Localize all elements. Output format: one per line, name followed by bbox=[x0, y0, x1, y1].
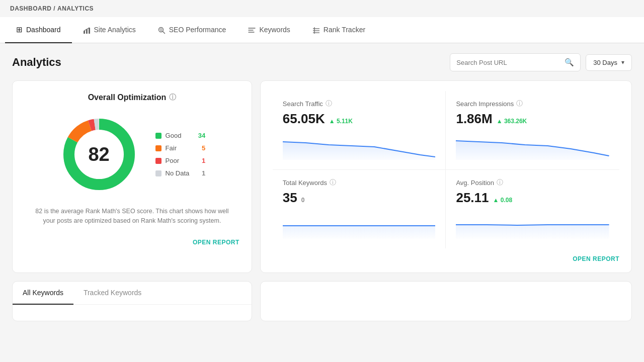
keywords-card: All Keywords Tracked Keywords bbox=[12, 281, 252, 321]
tab-all-keywords-label: All Keywords bbox=[23, 289, 63, 297]
legend-good-dot bbox=[155, 133, 162, 139]
breadcrumb: DASHBOARD / ANALYTICS bbox=[0, 0, 644, 17]
optimization-legend: Good 34 Fair 5 Poor 1 N bbox=[155, 132, 206, 177]
stat-search-impressions-label: Search Impressions ⓘ bbox=[456, 99, 609, 108]
legend-fair-dot bbox=[155, 145, 162, 151]
stats-open-report-link[interactable]: OPEN REPORT bbox=[573, 255, 619, 262]
stat-avg-position-change: ▲ 0.08 bbox=[493, 197, 513, 204]
tab-keywords[interactable]: Keywords bbox=[237, 17, 301, 43]
breadcrumb-root[interactable]: DASHBOARD bbox=[10, 5, 52, 12]
legend-nodata-label: No Data bbox=[166, 169, 190, 177]
tab-site-analytics[interactable]: Site Analytics bbox=[72, 17, 147, 43]
stat-total-keywords-sparkline bbox=[283, 215, 436, 239]
stats-card: Search Traffic ⓘ 65.05K ▲ 5.11K bbox=[260, 80, 632, 273]
keywords-tabs: All Keywords Tracked Keywords bbox=[13, 282, 252, 305]
tab-rank-tracker-label: Rank Tracker bbox=[324, 26, 365, 34]
stat-total-keywords-label: Total Keywords ⓘ bbox=[283, 178, 436, 187]
stat-total-keywords-value: 35 bbox=[283, 190, 297, 206]
optimization-body: 82 Good 34 Fair 5 bbox=[59, 114, 206, 195]
legend-good: Good 34 bbox=[155, 132, 206, 139]
legend-nodata-dot bbox=[155, 170, 162, 176]
svg-rect-2 bbox=[89, 28, 90, 34]
tab-seo-performance[interactable]: SEO Performance bbox=[147, 17, 237, 43]
days-select-label: 30 Days bbox=[593, 59, 617, 66]
search-icon: 🔍 bbox=[565, 58, 574, 67]
svg-point-4 bbox=[160, 29, 162, 31]
breadcrumb-separator: / bbox=[53, 5, 55, 12]
breadcrumb-current: ANALYTICS bbox=[57, 5, 94, 12]
legend-nodata-count: 1 bbox=[193, 169, 205, 177]
stat-avg-position-value-row: 25.11 ▲ 0.08 bbox=[456, 190, 609, 208]
stat-search-impressions-change: ▲ 363.26K bbox=[497, 118, 527, 125]
days-select-button[interactable]: 30 Days ▾ bbox=[586, 54, 632, 71]
tab-keywords-label: Keywords bbox=[259, 26, 290, 34]
stat-search-impressions-value: 1.86M bbox=[456, 111, 492, 127]
chevron-down-icon: ▾ bbox=[621, 59, 624, 66]
stat-search-traffic-label: Search Traffic ⓘ bbox=[283, 99, 436, 108]
optimization-title: Overall Optimization ⓘ bbox=[88, 93, 177, 102]
tab-dashboard[interactable]: ⊞ Dashboard bbox=[5, 17, 72, 43]
legend-poor-label: Poor bbox=[166, 157, 179, 164]
optimization-open-report-link[interactable]: OPEN REPORT bbox=[193, 239, 239, 246]
stat-search-traffic-value-row: 65.05K ▲ 5.11K bbox=[283, 111, 436, 129]
tab-seo-performance-label: SEO Performance bbox=[169, 26, 226, 34]
optimization-help-icon[interactable]: ⓘ bbox=[169, 93, 176, 102]
bottom-right-card bbox=[260, 281, 632, 321]
optimization-card: Overall Optimization ⓘ bbox=[12, 80, 252, 273]
optimization-description: 82 is the average Rank Math's SEO score.… bbox=[31, 207, 232, 226]
stats-open-report-container: OPEN REPORT bbox=[273, 248, 619, 262]
legend-fair: Fair 5 bbox=[155, 144, 206, 152]
stat-total-keywords-help-icon[interactable]: ⓘ bbox=[330, 178, 336, 187]
cards-row: Overall Optimization ⓘ bbox=[12, 80, 632, 273]
svg-rect-1 bbox=[86, 29, 88, 34]
stat-avg-position: Avg. Position ⓘ 25.11 ▲ 0.08 bbox=[446, 170, 619, 248]
stat-avg-position-sparkline bbox=[456, 215, 609, 239]
main-content: Analytics 🔍 30 Days ▾ Overall Optimizati… bbox=[0, 43, 644, 331]
keywords-icon bbox=[248, 25, 256, 34]
tab-navigation: ⊞ Dashboard Site Analytics SEO Performan… bbox=[0, 17, 644, 43]
tab-dashboard-label: Dashboard bbox=[26, 26, 61, 34]
stat-search-traffic: Search Traffic ⓘ 65.05K ▲ 5.11K bbox=[273, 91, 446, 170]
page-title: Analytics bbox=[12, 56, 61, 69]
legend-poor-dot bbox=[155, 158, 162, 164]
bottom-section: All Keywords Tracked Keywords bbox=[12, 281, 632, 321]
legend-poor: Poor 1 bbox=[155, 157, 206, 164]
legend-good-label: Good bbox=[166, 132, 182, 139]
svg-line-5 bbox=[163, 31, 165, 33]
stat-search-traffic-help-icon[interactable]: ⓘ bbox=[326, 99, 332, 108]
tab-site-analytics-label: Site Analytics bbox=[94, 26, 136, 34]
stat-total-keywords-change: 0 bbox=[301, 197, 305, 204]
tab-tracked-keywords[interactable]: Tracked Keywords bbox=[73, 282, 151, 305]
stat-total-keywords: Total Keywords ⓘ 35 0 bbox=[273, 170, 446, 248]
stat-search-traffic-value: 65.05K bbox=[283, 111, 325, 127]
tab-tracked-keywords-label: Tracked Keywords bbox=[84, 289, 141, 297]
header-controls: 🔍 30 Days ▾ bbox=[450, 53, 632, 71]
svg-rect-0 bbox=[84, 31, 85, 34]
stat-avg-position-value: 25.11 bbox=[456, 190, 489, 206]
donut-chart: 82 bbox=[59, 114, 139, 195]
stat-avg-position-label: Avg. Position ⓘ bbox=[456, 178, 609, 187]
legend-fair-label: Fair bbox=[166, 144, 177, 152]
stat-search-traffic-change: ▲ 5.11K bbox=[329, 118, 353, 125]
dashboard-icon: ⊞ bbox=[16, 25, 23, 34]
search-post-url-input[interactable] bbox=[456, 59, 560, 66]
optimization-title-text: Overall Optimization bbox=[88, 93, 167, 102]
site-analytics-icon bbox=[83, 25, 91, 34]
stat-avg-position-help-icon[interactable]: ⓘ bbox=[497, 178, 503, 187]
stat-search-traffic-sparkline bbox=[283, 136, 436, 160]
legend-nodata: No Data 1 bbox=[155, 169, 206, 177]
stat-search-impressions-value-row: 1.86M ▲ 363.26K bbox=[456, 111, 609, 129]
tab-all-keywords[interactable]: All Keywords bbox=[13, 282, 73, 305]
stats-grid: Search Traffic ⓘ 65.05K ▲ 5.11K bbox=[273, 91, 619, 248]
tab-rank-tracker[interactable]: Rank Tracker bbox=[301, 17, 376, 43]
page-header: Analytics 🔍 30 Days ▾ bbox=[12, 53, 632, 71]
legend-good-count: 34 bbox=[193, 132, 205, 139]
stat-total-keywords-value-row: 35 0 bbox=[283, 190, 436, 208]
legend-fair-count: 5 bbox=[193, 144, 205, 152]
stat-search-impressions-help-icon[interactable]: ⓘ bbox=[516, 99, 523, 108]
donut-score: 82 bbox=[88, 144, 109, 165]
seo-icon bbox=[158, 25, 166, 34]
rank-tracker-icon bbox=[312, 25, 320, 34]
stat-search-impressions-sparkline bbox=[456, 136, 609, 160]
search-post-url-box[interactable]: 🔍 bbox=[450, 53, 581, 71]
